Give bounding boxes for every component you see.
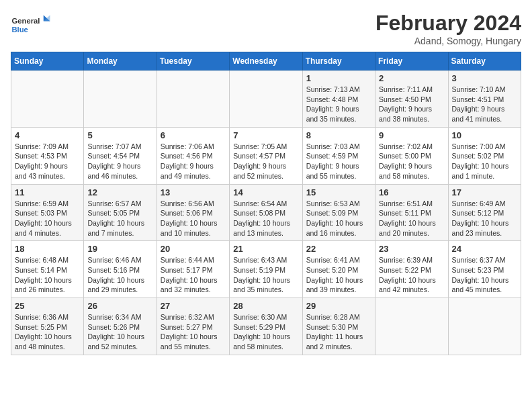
day-number: 17 xyxy=(452,187,517,197)
weekday-header-thursday: Thursday xyxy=(302,52,375,71)
day-info: Sunrise: 7:06 AM Sunset: 4:56 PM Dayligh… xyxy=(161,142,226,181)
day-info: Sunrise: 6:53 AM Sunset: 5:09 PM Dayligh… xyxy=(306,199,371,238)
calendar-cell: 19Sunrise: 6:46 AM Sunset: 5:16 PM Dayli… xyxy=(84,241,157,298)
day-info: Sunrise: 6:56 AM Sunset: 5:06 PM Dayligh… xyxy=(161,199,226,238)
svg-text:Blue: Blue xyxy=(12,26,28,34)
day-info: Sunrise: 7:05 AM Sunset: 4:57 PM Dayligh… xyxy=(233,142,298,181)
day-number: 12 xyxy=(87,187,152,197)
calendar-cell: 4Sunrise: 7:09 AM Sunset: 4:53 PM Daylig… xyxy=(11,127,84,184)
weekday-header-row: SundayMondayTuesdayWednesdayThursdayFrid… xyxy=(11,52,521,71)
day-info: Sunrise: 6:28 AM Sunset: 5:30 PM Dayligh… xyxy=(306,312,371,352)
calendar-cell: 21Sunrise: 6:43 AM Sunset: 5:19 PM Dayli… xyxy=(230,241,302,298)
calendar-cell: 29Sunrise: 6:28 AM Sunset: 5:30 PM Dayli… xyxy=(302,298,375,355)
calendar-cell: 15Sunrise: 6:53 AM Sunset: 5:09 PM Dayli… xyxy=(302,184,375,241)
calendar-cell: 13Sunrise: 6:56 AM Sunset: 5:06 PM Dayli… xyxy=(157,184,229,241)
day-number: 24 xyxy=(452,244,517,254)
day-info: Sunrise: 6:57 AM Sunset: 5:05 PM Dayligh… xyxy=(87,199,152,238)
day-info: Sunrise: 7:09 AM Sunset: 4:53 PM Dayligh… xyxy=(15,142,80,181)
calendar-cell: 26Sunrise: 6:34 AM Sunset: 5:26 PM Dayli… xyxy=(84,298,157,355)
week-row-1: 1Sunrise: 7:13 AM Sunset: 4:48 PM Daylig… xyxy=(11,71,521,128)
calendar-cell xyxy=(11,71,84,128)
calendar-cell: 20Sunrise: 6:44 AM Sunset: 5:17 PM Dayli… xyxy=(157,241,229,298)
weekday-header-sunday: Sunday xyxy=(11,52,84,71)
day-number: 1 xyxy=(306,73,371,83)
calendar-cell: 12Sunrise: 6:57 AM Sunset: 5:05 PM Dayli… xyxy=(84,184,157,241)
calendar-cell: 17Sunrise: 6:49 AM Sunset: 5:12 PM Dayli… xyxy=(448,184,521,241)
day-number: 11 xyxy=(15,187,80,197)
weekday-header-wednesday: Wednesday xyxy=(230,52,302,71)
calendar-cell: 24Sunrise: 6:37 AM Sunset: 5:23 PM Dayli… xyxy=(448,241,521,298)
day-info: Sunrise: 6:30 AM Sunset: 5:29 PM Dayligh… xyxy=(233,312,298,352)
day-number: 15 xyxy=(306,187,371,197)
calendar-cell: 27Sunrise: 6:32 AM Sunset: 5:27 PM Dayli… xyxy=(157,298,229,355)
day-info: Sunrise: 7:03 AM Sunset: 4:59 PM Dayligh… xyxy=(306,142,371,181)
calendar-cell xyxy=(230,71,302,128)
logo-svg: General Blue xyxy=(11,11,51,38)
calendar-cell: 22Sunrise: 6:41 AM Sunset: 5:20 PM Dayli… xyxy=(302,241,375,298)
title-area: February 2024 Adand, Somogy, Hungary xyxy=(375,11,521,46)
calendar-cell: 1Sunrise: 7:13 AM Sunset: 4:48 PM Daylig… xyxy=(302,71,375,128)
day-info: Sunrise: 6:59 AM Sunset: 5:03 PM Dayligh… xyxy=(15,199,80,238)
weekday-header-monday: Monday xyxy=(84,52,157,71)
day-number: 25 xyxy=(15,301,80,311)
day-number: 20 xyxy=(161,244,226,254)
day-number: 9 xyxy=(379,130,444,140)
calendar-cell: 3Sunrise: 7:10 AM Sunset: 4:51 PM Daylig… xyxy=(448,71,521,128)
day-number: 4 xyxy=(15,130,80,140)
day-info: Sunrise: 6:37 AM Sunset: 5:23 PM Dayligh… xyxy=(452,255,517,295)
day-info: Sunrise: 6:54 AM Sunset: 5:08 PM Dayligh… xyxy=(233,199,298,238)
calendar-cell: 23Sunrise: 6:39 AM Sunset: 5:22 PM Dayli… xyxy=(375,241,448,298)
calendar-cell: 25Sunrise: 6:36 AM Sunset: 5:25 PM Dayli… xyxy=(11,298,84,355)
day-info: Sunrise: 6:51 AM Sunset: 5:11 PM Dayligh… xyxy=(379,199,444,238)
month-title: February 2024 xyxy=(375,11,521,36)
day-number: 19 xyxy=(87,244,152,254)
day-info: Sunrise: 7:07 AM Sunset: 4:54 PM Dayligh… xyxy=(87,142,152,181)
day-info: Sunrise: 7:10 AM Sunset: 4:51 PM Dayligh… xyxy=(452,85,517,124)
week-row-3: 11Sunrise: 6:59 AM Sunset: 5:03 PM Dayli… xyxy=(11,184,521,241)
week-row-5: 25Sunrise: 6:36 AM Sunset: 5:25 PM Dayli… xyxy=(11,298,521,355)
calendar-cell: 5Sunrise: 7:07 AM Sunset: 4:54 PM Daylig… xyxy=(84,127,157,184)
day-number: 3 xyxy=(452,73,517,83)
calendar-cell: 28Sunrise: 6:30 AM Sunset: 5:29 PM Dayli… xyxy=(230,298,302,355)
calendar-cell: 10Sunrise: 7:00 AM Sunset: 5:02 PM Dayli… xyxy=(448,127,521,184)
calendar-cell: 16Sunrise: 6:51 AM Sunset: 5:11 PM Dayli… xyxy=(375,184,448,241)
day-number: 18 xyxy=(15,244,80,254)
calendar-cell xyxy=(157,71,229,128)
day-info: Sunrise: 6:48 AM Sunset: 5:14 PM Dayligh… xyxy=(15,255,80,295)
week-row-2: 4Sunrise: 7:09 AM Sunset: 4:53 PM Daylig… xyxy=(11,127,521,184)
day-number: 21 xyxy=(233,244,298,254)
day-info: Sunrise: 6:41 AM Sunset: 5:20 PM Dayligh… xyxy=(306,255,371,295)
day-info: Sunrise: 6:46 AM Sunset: 5:16 PM Dayligh… xyxy=(87,255,152,295)
weekday-header-saturday: Saturday xyxy=(448,52,521,71)
calendar-table: SundayMondayTuesdayWednesdayThursdayFrid… xyxy=(11,52,521,355)
day-info: Sunrise: 6:34 AM Sunset: 5:26 PM Dayligh… xyxy=(87,312,152,352)
weekday-header-tuesday: Tuesday xyxy=(157,52,229,71)
day-info: Sunrise: 7:11 AM Sunset: 4:50 PM Dayligh… xyxy=(379,85,444,124)
day-number: 6 xyxy=(161,130,226,140)
day-number: 2 xyxy=(379,73,444,83)
day-info: Sunrise: 6:43 AM Sunset: 5:19 PM Dayligh… xyxy=(233,255,298,295)
day-number: 27 xyxy=(161,301,226,311)
day-info: Sunrise: 7:00 AM Sunset: 5:02 PM Dayligh… xyxy=(452,142,517,181)
day-number: 13 xyxy=(161,187,226,197)
day-number: 7 xyxy=(233,130,298,140)
calendar-cell: 8Sunrise: 7:03 AM Sunset: 4:59 PM Daylig… xyxy=(302,127,375,184)
day-info: Sunrise: 6:49 AM Sunset: 5:12 PM Dayligh… xyxy=(452,199,517,238)
day-number: 22 xyxy=(306,244,371,254)
calendar-cell xyxy=(375,298,448,355)
day-number: 26 xyxy=(87,301,152,311)
day-number: 10 xyxy=(452,130,517,140)
day-info: Sunrise: 6:32 AM Sunset: 5:27 PM Dayligh… xyxy=(161,312,226,352)
day-number: 23 xyxy=(379,244,444,254)
day-number: 29 xyxy=(306,301,371,311)
subtitle: Adand, Somogy, Hungary xyxy=(375,36,521,46)
day-info: Sunrise: 6:39 AM Sunset: 5:22 PM Dayligh… xyxy=(379,255,444,295)
calendar-cell: 18Sunrise: 6:48 AM Sunset: 5:14 PM Dayli… xyxy=(11,241,84,298)
calendar-cell: 6Sunrise: 7:06 AM Sunset: 4:56 PM Daylig… xyxy=(157,127,229,184)
calendar-cell: 7Sunrise: 7:05 AM Sunset: 4:57 PM Daylig… xyxy=(230,127,302,184)
day-info: Sunrise: 7:02 AM Sunset: 5:00 PM Dayligh… xyxy=(379,142,444,181)
calendar-cell: 14Sunrise: 6:54 AM Sunset: 5:08 PM Dayli… xyxy=(230,184,302,241)
svg-text:General: General xyxy=(12,17,40,25)
calendar-cell: 11Sunrise: 6:59 AM Sunset: 5:03 PM Dayli… xyxy=(11,184,84,241)
day-number: 16 xyxy=(379,187,444,197)
